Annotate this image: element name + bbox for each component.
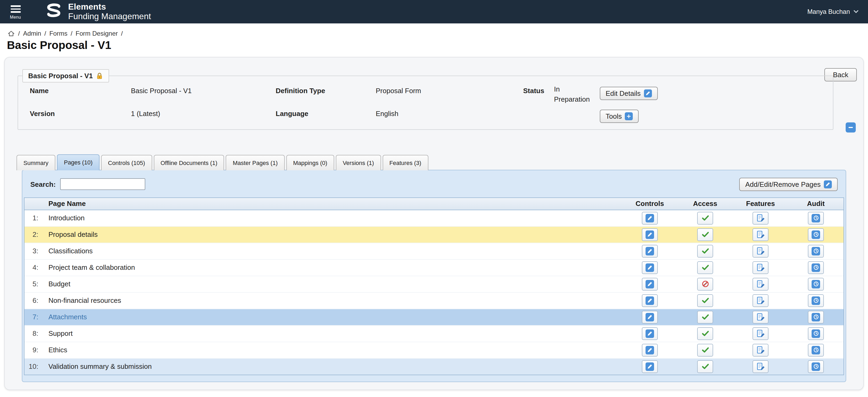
- controls-button[interactable]: [642, 277, 658, 290]
- edit-pencil-icon: [646, 362, 654, 371]
- audit-button[interactable]: [808, 310, 824, 323]
- controls-button[interactable]: [642, 228, 658, 241]
- access-button[interactable]: [697, 294, 713, 307]
- tab-summary[interactable]: Summary: [17, 155, 55, 170]
- access-button[interactable]: [697, 245, 713, 257]
- audit-button[interactable]: [808, 228, 824, 241]
- page-name[interactable]: Non-financial resources: [41, 297, 622, 304]
- user-name: Manya Buchan: [807, 8, 850, 16]
- tab-features[interactable]: Features (3): [382, 155, 428, 170]
- edit-pencil-icon: [646, 214, 654, 222]
- page-name[interactable]: Support: [41, 329, 622, 337]
- tab-controls[interactable]: Controls (105): [101, 155, 152, 170]
- features-button[interactable]: [752, 228, 769, 241]
- access-granted-icon: [701, 214, 709, 222]
- name-value: Basic Proposal - V1: [131, 87, 276, 95]
- audit-button[interactable]: [808, 277, 824, 290]
- form-edit-icon: [756, 230, 765, 239]
- clock-icon: [812, 247, 820, 255]
- clock-icon: [812, 329, 820, 338]
- breadcrumb-item-form-designer[interactable]: Form Designer: [75, 30, 118, 37]
- pages-toolbar: Search: Add/Edit/Remove Pages: [24, 176, 844, 197]
- home-icon[interactable]: [7, 30, 15, 37]
- access-granted-icon: [701, 313, 709, 321]
- clock-icon: [812, 296, 820, 305]
- page-name[interactable]: Validation summary & submission: [41, 362, 622, 370]
- tab-master-pages[interactable]: Master Pages (1): [226, 155, 285, 170]
- features-button[interactable]: [752, 245, 769, 257]
- access-granted-icon: [701, 264, 709, 271]
- page-number: 10:: [25, 362, 41, 370]
- features-button[interactable]: [752, 277, 769, 290]
- details-legend: Basic Proposal - V1: [22, 69, 110, 83]
- controls-button[interactable]: [642, 310, 658, 323]
- controls-button[interactable]: [642, 261, 658, 274]
- collapse-panel-button[interactable]: [846, 122, 856, 132]
- table-row: 4: Project team & collaboration: [25, 259, 843, 276]
- table-header: Page Name Controls Access Features Audit: [25, 198, 843, 210]
- audit-button[interactable]: [808, 327, 824, 340]
- access-granted-icon: [701, 247, 709, 255]
- features-button[interactable]: [752, 261, 769, 274]
- audit-button[interactable]: [808, 343, 824, 356]
- access-button[interactable]: [697, 360, 713, 373]
- user-menu[interactable]: Manya Buchan: [807, 0, 859, 23]
- features-button[interactable]: [752, 327, 769, 340]
- tab-mappings[interactable]: Mappings (0): [286, 155, 334, 170]
- page-name[interactable]: Budget: [41, 280, 622, 288]
- page-name[interactable]: Introduction: [41, 214, 622, 222]
- controls-button[interactable]: [642, 294, 658, 307]
- audit-button[interactable]: [808, 261, 824, 274]
- page-number: 9:: [25, 346, 41, 354]
- page-name[interactable]: Classifications: [41, 247, 622, 255]
- page-name[interactable]: Ethics: [41, 346, 622, 354]
- menu-button[interactable]: Menu: [3, 4, 28, 20]
- audit-button[interactable]: [808, 294, 824, 307]
- audit-button[interactable]: [808, 360, 824, 373]
- tools-button[interactable]: Tools: [600, 110, 639, 123]
- page-name[interactable]: Proposal details: [41, 231, 622, 238]
- form-edit-icon: [756, 313, 765, 321]
- access-button[interactable]: [697, 261, 713, 274]
- form-edit-icon: [756, 214, 765, 222]
- page-number: 1:: [25, 214, 41, 222]
- edit-details-button[interactable]: Edit Details: [600, 87, 658, 100]
- features-button[interactable]: [752, 294, 769, 307]
- tab-versions[interactable]: Versions (1): [336, 155, 381, 170]
- breadcrumb-item-forms[interactable]: Forms: [49, 30, 67, 37]
- access-button[interactable]: [697, 212, 713, 224]
- tab-offline-documents[interactable]: Offline Documents (1): [154, 155, 224, 170]
- version-label: Version: [30, 110, 131, 117]
- edit-pencil-icon: [646, 313, 654, 321]
- controls-button[interactable]: [642, 327, 658, 340]
- controls-button[interactable]: [642, 245, 658, 257]
- features-button[interactable]: [752, 343, 769, 356]
- access-button[interactable]: [697, 343, 713, 356]
- access-button[interactable]: [697, 228, 713, 241]
- clock-icon: [812, 263, 820, 272]
- access-granted-icon: [701, 346, 709, 354]
- features-button[interactable]: [752, 310, 769, 323]
- controls-button[interactable]: [642, 343, 658, 356]
- controls-button[interactable]: [642, 212, 658, 224]
- edit-pencil-icon: [824, 180, 832, 188]
- breadcrumb-separator: /: [18, 30, 20, 37]
- tab-pages[interactable]: Pages (10): [57, 154, 99, 170]
- status-value: In Preparation: [554, 85, 595, 104]
- breadcrumb-item-admin[interactable]: Admin: [23, 30, 41, 37]
- add-edit-remove-pages-button[interactable]: Add/Edit/Remove Pages: [740, 178, 838, 191]
- features-button[interactable]: [752, 360, 769, 373]
- access-button[interactable]: [697, 327, 713, 340]
- features-button[interactable]: [752, 212, 769, 224]
- page-name[interactable]: Attachments: [41, 313, 622, 321]
- audit-button[interactable]: [808, 245, 824, 257]
- access-button[interactable]: [697, 277, 713, 290]
- search-input[interactable]: [60, 178, 145, 190]
- edit-pencil-icon: [646, 230, 654, 239]
- access-button[interactable]: [697, 310, 713, 323]
- table-row: 2: Proposal details: [25, 226, 843, 243]
- audit-button[interactable]: [808, 212, 824, 224]
- controls-button[interactable]: [642, 360, 658, 373]
- menu-label: Menu: [10, 15, 21, 20]
- page-name[interactable]: Project team & collaboration: [41, 264, 622, 271]
